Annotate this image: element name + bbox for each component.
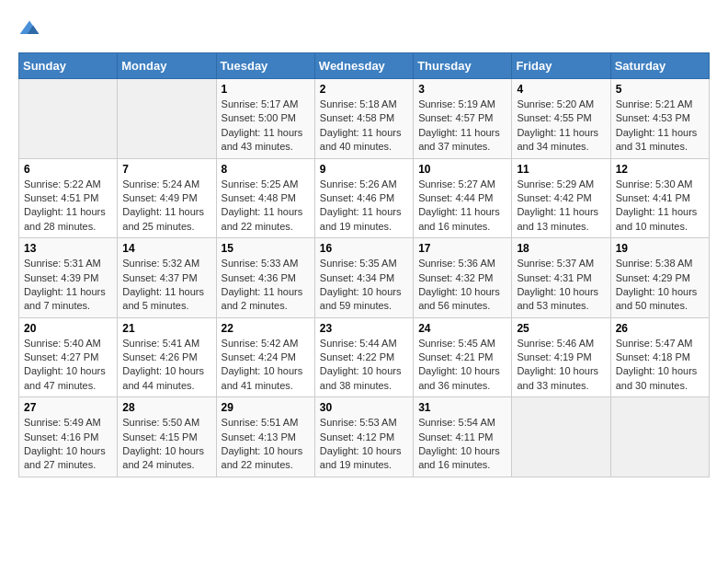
day-cell: 29Sunrise: 5:51 AM Sunset: 4:13 PM Dayli… — [216, 397, 314, 477]
day-info: Sunrise: 5:49 AM Sunset: 4:16 PM Dayligh… — [24, 416, 112, 473]
day-cell: 23Sunrise: 5:44 AM Sunset: 4:22 PM Dayli… — [314, 317, 413, 397]
day-cell: 22Sunrise: 5:42 AM Sunset: 4:24 PM Dayli… — [216, 317, 314, 397]
day-number: 23 — [320, 322, 408, 335]
day-cell: 21Sunrise: 5:41 AM Sunset: 4:26 PM Dayli… — [118, 317, 216, 397]
day-info: Sunrise: 5:41 AM Sunset: 4:26 PM Dayligh… — [122, 337, 210, 394]
header-cell-thursday: Thursday — [414, 53, 512, 79]
day-info: Sunrise: 5:44 AM Sunset: 4:22 PM Dayligh… — [320, 337, 408, 394]
day-info: Sunrise: 5:24 AM Sunset: 4:49 PM Dayligh… — [122, 178, 210, 235]
day-number: 16 — [320, 242, 408, 255]
header-cell-sunday: Sunday — [19, 53, 118, 79]
day-number: 18 — [517, 242, 605, 255]
day-number: 19 — [616, 242, 704, 255]
day-info: Sunrise: 5:36 AM Sunset: 4:32 PM Dayligh… — [418, 257, 506, 314]
day-cell: 17Sunrise: 5:36 AM Sunset: 4:32 PM Dayli… — [414, 238, 512, 318]
week-row-2: 13Sunrise: 5:31 AM Sunset: 4:39 PM Dayli… — [19, 238, 710, 318]
week-row-4: 27Sunrise: 5:49 AM Sunset: 4:16 PM Dayli… — [19, 397, 710, 477]
day-info: Sunrise: 5:38 AM Sunset: 4:29 PM Dayligh… — [616, 257, 704, 314]
day-number: 25 — [517, 322, 605, 335]
day-number: 5 — [616, 83, 704, 96]
day-cell: 5Sunrise: 5:21 AM Sunset: 4:53 PM Daylig… — [610, 79, 709, 159]
day-number: 21 — [122, 322, 210, 335]
day-cell — [19, 79, 118, 159]
week-row-3: 20Sunrise: 5:40 AM Sunset: 4:27 PM Dayli… — [19, 317, 710, 397]
day-number: 31 — [418, 401, 506, 414]
day-cell: 7Sunrise: 5:24 AM Sunset: 4:49 PM Daylig… — [118, 158, 216, 238]
day-number: 12 — [616, 163, 704, 176]
day-info: Sunrise: 5:27 AM Sunset: 4:44 PM Dayligh… — [418, 178, 506, 235]
day-info: Sunrise: 5:17 AM Sunset: 5:00 PM Dayligh… — [222, 98, 310, 155]
day-number: 22 — [222, 322, 310, 335]
day-cell: 10Sunrise: 5:27 AM Sunset: 4:44 PM Dayli… — [414, 158, 512, 238]
day-info: Sunrise: 5:50 AM Sunset: 4:15 PM Dayligh… — [122, 416, 210, 473]
day-cell: 14Sunrise: 5:32 AM Sunset: 4:37 PM Dayli… — [118, 238, 216, 318]
day-cell: 12Sunrise: 5:30 AM Sunset: 4:41 PM Dayli… — [610, 158, 709, 238]
day-cell: 8Sunrise: 5:25 AM Sunset: 4:48 PM Daylig… — [216, 158, 314, 238]
calendar-table: SundayMondayTuesdayWednesdayThursdayFrid… — [18, 52, 710, 477]
day-cell: 1Sunrise: 5:17 AM Sunset: 5:00 PM Daylig… — [216, 79, 314, 159]
day-cell: 15Sunrise: 5:33 AM Sunset: 4:36 PM Dayli… — [216, 238, 314, 318]
day-number: 11 — [517, 163, 605, 176]
day-info: Sunrise: 5:42 AM Sunset: 4:24 PM Dayligh… — [222, 337, 310, 394]
day-number: 7 — [122, 163, 210, 176]
day-cell: 26Sunrise: 5:47 AM Sunset: 4:18 PM Dayli… — [610, 317, 709, 397]
day-number: 20 — [24, 322, 112, 335]
day-cell: 9Sunrise: 5:26 AM Sunset: 4:46 PM Daylig… — [314, 158, 413, 238]
day-info: Sunrise: 5:33 AM Sunset: 4:36 PM Dayligh… — [222, 257, 310, 314]
header-cell-tuesday: Tuesday — [216, 53, 314, 79]
day-cell — [512, 397, 610, 477]
day-cell: 13Sunrise: 5:31 AM Sunset: 4:39 PM Dayli… — [19, 238, 118, 318]
day-number: 28 — [122, 401, 210, 414]
day-cell: 20Sunrise: 5:40 AM Sunset: 4:27 PM Dayli… — [19, 317, 118, 397]
day-number: 29 — [222, 401, 310, 414]
day-number: 30 — [320, 401, 408, 414]
calendar-header: SundayMondayTuesdayWednesdayThursdayFrid… — [19, 53, 710, 79]
week-row-1: 6Sunrise: 5:22 AM Sunset: 4:51 PM Daylig… — [19, 158, 710, 238]
day-number: 27 — [24, 401, 112, 414]
logo — [18, 18, 44, 38]
day-info: Sunrise: 5:18 AM Sunset: 4:58 PM Dayligh… — [320, 98, 408, 155]
header-cell-saturday: Saturday — [610, 53, 709, 79]
day-info: Sunrise: 5:45 AM Sunset: 4:21 PM Dayligh… — [418, 337, 506, 394]
day-info: Sunrise: 5:37 AM Sunset: 4:31 PM Dayligh… — [517, 257, 605, 314]
day-cell: 30Sunrise: 5:53 AM Sunset: 4:12 PM Dayli… — [314, 397, 413, 477]
day-number: 15 — [222, 242, 310, 255]
day-info: Sunrise: 5:20 AM Sunset: 4:55 PM Dayligh… — [517, 98, 605, 155]
day-cell: 24Sunrise: 5:45 AM Sunset: 4:21 PM Dayli… — [414, 317, 512, 397]
day-info: Sunrise: 5:51 AM Sunset: 4:13 PM Dayligh… — [222, 416, 310, 473]
day-cell: 16Sunrise: 5:35 AM Sunset: 4:34 PM Dayli… — [314, 238, 413, 318]
day-cell: 25Sunrise: 5:46 AM Sunset: 4:19 PM Dayli… — [512, 317, 610, 397]
day-cell: 27Sunrise: 5:49 AM Sunset: 4:16 PM Dayli… — [19, 397, 118, 477]
day-info: Sunrise: 5:30 AM Sunset: 4:41 PM Dayligh… — [616, 178, 704, 235]
week-row-0: 1Sunrise: 5:17 AM Sunset: 5:00 PM Daylig… — [19, 79, 710, 159]
day-number: 24 — [418, 322, 506, 335]
day-info: Sunrise: 5:32 AM Sunset: 4:37 PM Dayligh… — [122, 257, 210, 314]
day-number: 13 — [24, 242, 112, 255]
day-number: 26 — [616, 322, 704, 335]
day-info: Sunrise: 5:21 AM Sunset: 4:53 PM Dayligh… — [616, 98, 704, 155]
day-info: Sunrise: 5:53 AM Sunset: 4:12 PM Dayligh… — [320, 416, 408, 473]
day-number: 17 — [418, 242, 506, 255]
day-number: 2 — [320, 83, 408, 96]
page-header — [18, 18, 710, 38]
day-number: 9 — [320, 163, 408, 176]
day-info: Sunrise: 5:29 AM Sunset: 4:42 PM Dayligh… — [517, 178, 605, 235]
day-cell: 31Sunrise: 5:54 AM Sunset: 4:11 PM Dayli… — [414, 397, 512, 477]
day-cell — [610, 397, 709, 477]
header-cell-friday: Friday — [512, 53, 610, 79]
day-cell: 3Sunrise: 5:19 AM Sunset: 4:57 PM Daylig… — [414, 79, 512, 159]
header-cell-monday: Monday — [118, 53, 216, 79]
day-info: Sunrise: 5:31 AM Sunset: 4:39 PM Dayligh… — [24, 257, 112, 314]
day-cell: 18Sunrise: 5:37 AM Sunset: 4:31 PM Dayli… — [512, 238, 610, 318]
day-info: Sunrise: 5:46 AM Sunset: 4:19 PM Dayligh… — [517, 337, 605, 394]
day-number: 10 — [418, 163, 506, 176]
logo-icon — [18, 19, 40, 38]
day-cell: 19Sunrise: 5:38 AM Sunset: 4:29 PM Dayli… — [610, 238, 709, 318]
day-info: Sunrise: 5:54 AM Sunset: 4:11 PM Dayligh… — [418, 416, 506, 473]
day-info: Sunrise: 5:47 AM Sunset: 4:18 PM Dayligh… — [616, 337, 704, 394]
header-row: SundayMondayTuesdayWednesdayThursdayFrid… — [19, 53, 710, 79]
day-cell: 4Sunrise: 5:20 AM Sunset: 4:55 PM Daylig… — [512, 79, 610, 159]
day-info: Sunrise: 5:26 AM Sunset: 4:46 PM Dayligh… — [320, 178, 408, 235]
header-cell-wednesday: Wednesday — [314, 53, 413, 79]
day-number: 6 — [24, 163, 112, 176]
